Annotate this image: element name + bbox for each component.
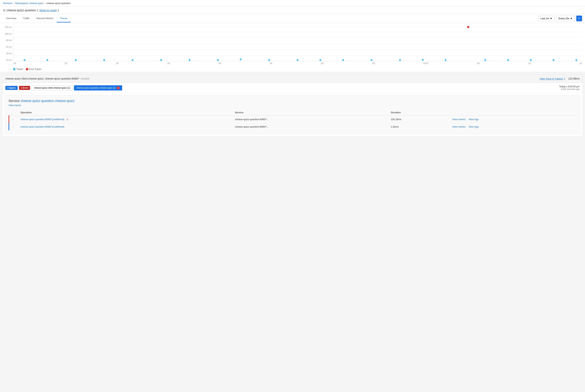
x-label-11: :10	[528, 62, 531, 67]
x-label-5: :40	[218, 62, 221, 67]
svg-point-21	[553, 59, 555, 61]
svg-point-13	[371, 59, 372, 61]
error-badge[interactable]: 1 Error	[19, 86, 30, 90]
y-label-120: 120 ms	[5, 26, 12, 28]
svg-point-8	[240, 58, 242, 60]
chart-y-labels: 120 ms 100 ms 80 ms 60 ms 40 ms 20 ms	[3, 26, 13, 61]
row-actions-1: View metrics View logs	[450, 116, 577, 123]
tab-traces[interactable]: Traces	[57, 15, 71, 22]
svg-point-18	[484, 59, 486, 61]
x-label-6: :45	[269, 62, 272, 67]
trace-table: Operation Service Duration › cheese-quiz…	[8, 110, 577, 130]
table-header-row: Operation Service Duration	[9, 110, 577, 116]
time-range-arrow: ▼	[550, 17, 552, 20]
view-traces-link[interactable]: View traces	[8, 104, 21, 106]
breadcrumb-services[interactable]: Services	[3, 2, 12, 5]
spans-badge[interactable]: 3 Spans	[5, 86, 17, 90]
y-label-20: 20 ms	[6, 59, 12, 61]
row-actions-2: View metrics View logs	[450, 123, 577, 130]
paren-open: (	[37, 9, 38, 12]
top-controls: Last 1m ▼ Every 15s ▼ ↻	[538, 14, 582, 23]
svg-point-3	[103, 59, 105, 61]
chart-svg	[13, 26, 582, 61]
x-label-8: :55	[372, 62, 375, 67]
time-range-label: Last 1m	[541, 17, 549, 20]
service-filter-client[interactable]: cheese-quizz-client.cheese-quizz (1)	[31, 85, 72, 90]
svg-point-12	[342, 59, 344, 61]
trace-duration: 122.88ms	[568, 77, 580, 80]
error-icon-1: ⚠	[66, 118, 68, 121]
service-filter-question-label: cheese-quizz-question.cheese-quizz (2)	[76, 86, 116, 89]
tab-overview[interactable]: Overview	[3, 15, 20, 22]
service-filter-question[interactable]: cheese-quizz-question.cheese-quizz (2) !	[74, 85, 122, 90]
row-service-2: cheese-quizz-question:8080/*...	[233, 123, 389, 130]
legend-error-traces-label: Error Traces	[29, 68, 41, 70]
chart-legend: Traces Error Traces	[3, 68, 582, 70]
refresh-button[interactable]: ↻	[576, 16, 582, 21]
svg-point-11	[319, 59, 321, 61]
svg-point-0	[23, 59, 25, 61]
svg-point-6	[188, 59, 190, 61]
tabs: Overview Traffic Inbound Metrics Traces	[3, 15, 71, 22]
service-filter-btns: cheese-quizz-client.cheese-quizz (1) che…	[31, 85, 122, 90]
breadcrumb-namespace[interactable]: Namespace: cheese-quizz	[15, 2, 43, 5]
view-trace-link[interactable]: View Trace in Tracing ↗	[540, 77, 565, 80]
th-operation: Operation	[18, 110, 233, 116]
svg-point-22	[575, 59, 577, 61]
view-metrics-link-2[interactable]: View metrics	[452, 125, 466, 128]
y-label-80: 80 ms	[6, 39, 12, 41]
svg-point-1	[46, 59, 48, 61]
expand-icon[interactable]: ›	[12, 118, 13, 120]
row-expand-btn-2[interactable]: ›	[9, 123, 18, 130]
row-operation: cheese-quizz-question:8080/*(undefined) …	[18, 116, 233, 123]
view-trace-label: View Trace in Tracing	[540, 77, 563, 80]
breadcrumb: Services › Namespace: cheese-quizz › che…	[0, 0, 585, 7]
chart-area: 120 ms 100 ms 80 ms 60 ms 40 ms 20 ms	[0, 23, 585, 72]
svg-point-16	[445, 59, 446, 61]
trace-id: 841e90f	[81, 77, 89, 80]
trace-header: cheese-quizz-client.cheese-quizz: cheese…	[2, 74, 583, 83]
svg-point-17	[467, 26, 469, 28]
service-card-name[interactable]: cheese-quizz-question.cheese-quizz	[20, 99, 74, 103]
tab-traffic[interactable]: Traffic	[20, 15, 33, 22]
time-range-dropdown[interactable]: Last 1m ▼	[538, 16, 555, 21]
svg-point-15	[422, 59, 424, 61]
service-label: Service	[8, 99, 20, 103]
breadcrumb-sep-2: ›	[45, 2, 45, 4]
view-logs-link-1[interactable]: View logs	[468, 118, 479, 121]
th-service: Service	[233, 110, 389, 116]
x-label-7: :50	[321, 62, 323, 67]
trace-header-right: View Trace in Tracing ↗ 122.88ms	[540, 77, 580, 80]
trace-timestamp: Today | 4:02:04 pm a few seconds ago	[559, 85, 580, 90]
row-duration-1: 100.28ms	[389, 116, 450, 123]
row-operation-2: cheese-quizz-question:8080/*(undefined)	[18, 123, 233, 130]
legend-red-box	[26, 68, 28, 70]
expand-icon-2[interactable]: ›	[12, 126, 13, 128]
svg-point-2	[75, 59, 77, 61]
svg-point-5	[160, 59, 162, 61]
view-logs-link-2[interactable]: View logs	[468, 125, 479, 128]
trace-name: cheese-quizz-client.cheese-quizz: cheese…	[5, 77, 79, 80]
table-row: › cheese-quizz-question:8080/*(undefined…	[9, 116, 577, 123]
service-icon: ⊙	[3, 8, 5, 12]
trace-controls-left: 3 Spans 1 Error cheese-quizz-client.chee…	[5, 85, 122, 90]
legend-blue-box	[13, 68, 15, 70]
svg-point-14	[399, 59, 401, 61]
show-on-graph-link[interactable]: Show on graph	[39, 9, 57, 12]
row-duration-2: 1.82ms	[389, 123, 450, 130]
error-count-icon: !	[117, 86, 120, 90]
view-metrics-link-1[interactable]: View metrics	[452, 118, 466, 121]
th-expand	[9, 110, 18, 116]
tab-inbound-metrics[interactable]: Inbound Metrics	[33, 15, 57, 22]
svg-point-10	[297, 59, 299, 61]
row-expand-btn[interactable]: ›	[9, 116, 18, 123]
operation-link-2[interactable]: cheese-quizz-question:8080/*(undefined)	[20, 125, 64, 128]
x-label-9: 04:02	[423, 62, 428, 67]
chart-container: 120 ms 100 ms 80 ms 60 ms 40 ms 20 ms	[3, 26, 582, 67]
interval-dropdown[interactable]: Every 15s ▼	[556, 16, 575, 21]
operation-link-1[interactable]: cheese-quizz-question:8080/*(undefined)	[20, 118, 64, 121]
breadcrumb-sep-1: ›	[13, 2, 14, 4]
x-label-4: :35	[167, 62, 170, 67]
row-service-1: cheese-quizz-question:8080/*...	[233, 116, 389, 123]
paren-close: )	[58, 9, 59, 12]
